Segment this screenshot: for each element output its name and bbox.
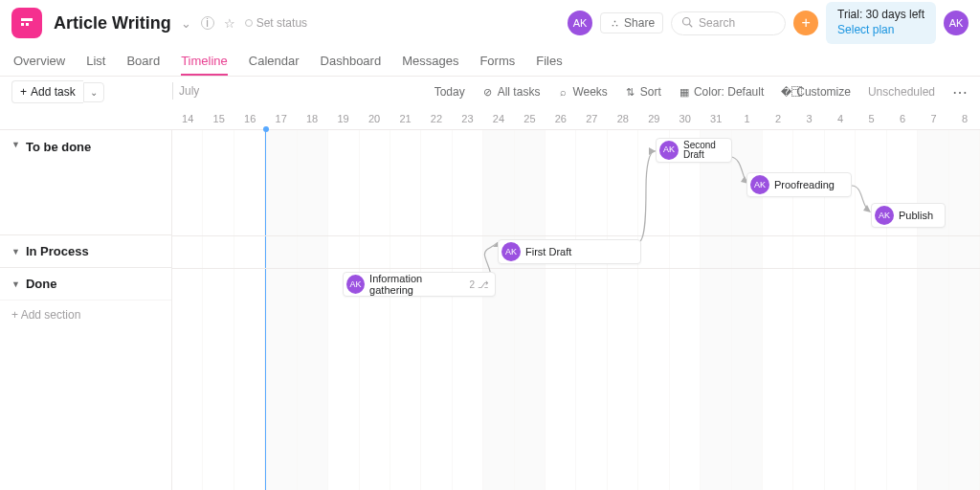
day-header: 1	[731, 107, 762, 129]
day-column	[515, 130, 546, 490]
day-header: 17	[265, 107, 296, 129]
day-column	[638, 130, 669, 490]
global-add-button[interactable]: +	[793, 11, 818, 35]
customize-icon: �⿹	[781, 86, 792, 99]
set-status-label: Set status	[256, 16, 307, 30]
add-task-label: Add task	[31, 85, 76, 99]
task-publish[interactable]: AK Publish	[871, 203, 946, 228]
sections-sidebar: ▼To be done ▼In Process ▼Done + Add sect…	[0, 130, 172, 490]
day-header: 2	[763, 107, 793, 129]
zoom-weeks[interactable]: ⌕Weeks	[557, 85, 607, 99]
svg-rect-2	[26, 23, 29, 26]
add-section-button[interactable]: + Add section	[0, 301, 171, 329]
assignee-avatar: AK	[501, 242, 521, 261]
collapse-icon: ▼	[11, 247, 20, 256]
select-plan-link[interactable]: Select plan	[837, 23, 924, 38]
tab-messages[interactable]: Messages	[402, 54, 458, 76]
day-column	[203, 130, 234, 490]
project-menu-chevron-icon[interactable]: ⌄	[179, 14, 193, 33]
add-task-dropdown[interactable]: ⌄	[83, 82, 104, 102]
timeline-canvas[interactable]: AK Second Draft AK Proofreading AK Publi…	[172, 130, 980, 490]
day-header: 14	[172, 107, 203, 129]
member-avatar[interactable]: AK	[568, 11, 592, 35]
day-column	[887, 130, 918, 490]
task-proofreading[interactable]: AK Proofreading	[746, 172, 852, 197]
collapse-icon: ▼	[11, 279, 20, 289]
search-placeholder: Search	[699, 16, 735, 30]
day-header: 28	[608, 107, 638, 129]
task-information-gathering[interactable]: AK Information gathering 2 ⎇	[343, 272, 496, 297]
profile-avatar[interactable]: AK	[944, 11, 969, 35]
section-done[interactable]: ▼Done	[0, 268, 171, 301]
color-icon: ▦	[679, 86, 690, 99]
share-label: Share	[624, 16, 655, 30]
search-icon	[681, 16, 693, 31]
task-label: Second Draft	[683, 141, 716, 160]
info-icon[interactable]: i	[201, 16, 214, 30]
day-column	[701, 130, 731, 490]
day-column	[546, 130, 576, 490]
tab-forms[interactable]: Forms	[479, 54, 515, 76]
trial-days-left: Trial: 30 days left	[837, 8, 924, 23]
day-column	[453, 130, 483, 490]
assignee-avatar: AK	[875, 206, 894, 225]
day-header: 21	[390, 107, 420, 129]
tab-calendar[interactable]: Calendar	[249, 54, 300, 76]
day-column	[576, 130, 607, 490]
day-header: 23	[452, 107, 482, 129]
collapse-icon: ▼	[11, 140, 20, 149]
day-column	[949, 130, 980, 490]
unscheduled-button[interactable]: Unscheduled	[868, 85, 935, 99]
add-task-button[interactable]: + Add task	[11, 80, 83, 103]
tab-files[interactable]: Files	[536, 54, 562, 76]
customize-button[interactable]: �⿹Customize	[781, 85, 851, 99]
day-column	[390, 130, 421, 490]
day-header: 30	[670, 107, 701, 129]
day-column	[328, 130, 359, 490]
task-label: Publish	[899, 210, 933, 221]
tab-timeline[interactable]: Timeline	[181, 54, 228, 76]
set-status-button[interactable]: Set status	[245, 16, 307, 30]
tab-dashboard[interactable]: Dashboard	[321, 54, 382, 76]
day-header: 18	[297, 107, 327, 129]
task-second-draft[interactable]: AK Second Draft	[656, 138, 732, 163]
people-icon: ⛬	[609, 17, 620, 29]
star-icon[interactable]: ☆	[222, 14, 237, 33]
share-button[interactable]: ⛬Share	[600, 12, 663, 33]
day-column	[856, 130, 886, 490]
day-column	[670, 130, 701, 490]
day-header: 29	[638, 107, 669, 129]
section-in-process[interactable]: ▼In Process	[0, 235, 171, 268]
magnify-icon: ⌕	[557, 86, 568, 98]
tab-list[interactable]: List	[86, 54, 105, 76]
today-marker	[263, 126, 269, 132]
more-menu-icon[interactable]: ⋯	[952, 83, 969, 101]
color-button[interactable]: ▦Color: Default	[679, 85, 764, 99]
day-column	[360, 130, 390, 490]
day-column	[298, 130, 328, 490]
task-first-draft[interactable]: AK First Draft	[498, 239, 641, 264]
filter-all-tasks[interactable]: ⊘All tasks	[482, 85, 541, 99]
task-label: First Draft	[525, 246, 571, 257]
svg-rect-0	[21, 18, 33, 21]
day-column	[172, 130, 203, 490]
day-header: 26	[546, 107, 576, 129]
search-input[interactable]: Search	[671, 11, 786, 35]
project-tabs: OverviewListBoardTimelineCalendarDashboa…	[0, 46, 980, 77]
day-column	[234, 130, 265, 490]
section-to-be-done[interactable]: ▼To be done	[0, 130, 171, 235]
task-label: Proofreading	[774, 179, 835, 190]
subtask-count: 2 ⎇	[469, 279, 489, 290]
day-header: 3	[793, 107, 824, 129]
subtask-icon: ⎇	[478, 279, 489, 290]
day-header: 6	[887, 107, 918, 129]
app-logo-icon[interactable]	[11, 8, 42, 38]
tab-overview[interactable]: Overview	[13, 54, 65, 76]
svg-rect-1	[21, 23, 24, 26]
sort-button[interactable]: ⇅Sort	[625, 85, 661, 99]
trial-banner: Trial: 30 days left Select plan	[826, 2, 936, 43]
day-header: 5	[856, 107, 886, 129]
tab-board[interactable]: Board	[126, 54, 160, 76]
today-button[interactable]: Today	[434, 85, 465, 99]
day-header: 19	[327, 107, 358, 129]
